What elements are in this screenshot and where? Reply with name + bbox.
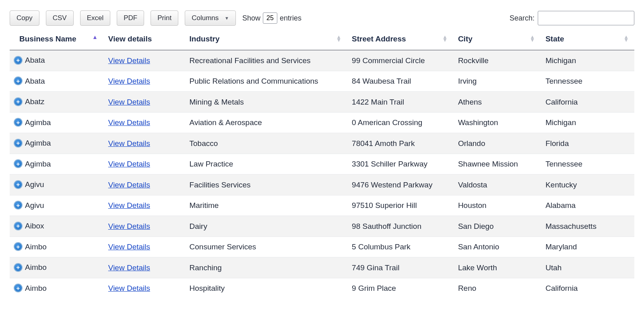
entries-control: Show entries: [242, 12, 301, 24]
business-name-text: Abata: [25, 56, 45, 64]
street-address-cell: 84 Waubesa Trail: [347, 71, 453, 92]
business-name-cell: +Abata: [10, 50, 103, 71]
business-name-cell: +Agivu: [10, 175, 103, 195]
street-address-cell: 98 Sauthoff Junction: [347, 216, 453, 237]
view-details-cell: View Details: [103, 216, 185, 237]
business-name-cell: +Agimba: [10, 154, 103, 175]
table-row: +AbatzView DetailsMining & Metals1422 Ma…: [10, 92, 634, 113]
col-view-details: View details: [103, 31, 185, 50]
view-details-link[interactable]: View Details: [108, 139, 150, 148]
city-cell: Houston: [453, 195, 541, 216]
view-details-cell: View Details: [103, 50, 185, 71]
expand-row-icon[interactable]: +: [14, 180, 23, 189]
table-row: +AgivuView DetailsMaritime97510 Superior…: [10, 195, 634, 216]
expand-row-icon[interactable]: +: [14, 118, 23, 127]
expand-row-icon[interactable]: +: [14, 222, 23, 230]
pdf-button[interactable]: PDF: [117, 10, 144, 26]
industry-cell: Mining & Metals: [185, 92, 347, 113]
col-city[interactable]: City ▲▼: [453, 31, 541, 50]
street-address-cell: 78041 Amoth Park: [347, 133, 453, 154]
expand-row-icon[interactable]: +: [14, 284, 23, 292]
expand-row-icon[interactable]: +: [14, 263, 23, 272]
col-business-name[interactable]: Business Name ▲: [10, 31, 103, 50]
view-details-link[interactable]: View Details: [108, 243, 150, 251]
chevron-down-icon: ▼: [225, 16, 229, 21]
industry-cell: Aviation & Aerospace: [185, 112, 347, 133]
col-industry[interactable]: Industry ▲▼: [185, 31, 347, 50]
sort-icon: ▲▼: [530, 35, 535, 42]
city-cell: Shawnee Mission: [453, 154, 541, 175]
entries-input[interactable]: [263, 12, 277, 24]
table-row: +AgimbaView DetailsTobacco78041 Amoth Pa…: [10, 133, 634, 154]
business-name-text: Agimba: [25, 139, 51, 147]
street-address-cell: 9476 Westend Parkway: [347, 175, 453, 195]
view-details-link[interactable]: View Details: [108, 181, 150, 189]
table-row: +AgimbaView DetailsLaw Practice3301 Schi…: [10, 154, 634, 175]
street-address-cell: 3301 Schiller Parkway: [347, 154, 453, 175]
col-street-address[interactable]: Street Address ▲▼: [347, 31, 453, 50]
view-details-cell: View Details: [103, 154, 185, 175]
view-details-cell: View Details: [103, 236, 185, 257]
col-state-label: State: [545, 35, 564, 43]
business-name-text: Abatz: [25, 97, 45, 106]
state-cell: Massachusetts: [541, 216, 634, 237]
col-business-name-label: Business Name: [19, 35, 76, 43]
table-row: +AiboxView DetailsDairy98 Sauthoff Junct…: [10, 216, 634, 237]
view-details-link[interactable]: View Details: [108, 98, 150, 106]
expand-row-icon[interactable]: +: [14, 201, 23, 210]
industry-cell: Facilities Services: [185, 175, 347, 195]
industry-cell: Hospitality: [185, 278, 347, 298]
view-details-link[interactable]: View Details: [108, 263, 150, 272]
search-block: Search:: [510, 11, 634, 25]
expand-row-icon[interactable]: +: [14, 56, 23, 65]
view-details-link[interactable]: View Details: [108, 160, 150, 168]
state-cell: Utah: [541, 257, 634, 278]
business-name-text: Aimbo: [25, 243, 47, 251]
search-input[interactable]: [538, 11, 634, 25]
state-cell: Michigan: [541, 50, 634, 71]
business-name-cell: +Agimba: [10, 112, 103, 133]
view-details-link[interactable]: View Details: [108, 56, 150, 65]
view-details-link[interactable]: View Details: [108, 77, 150, 85]
view-details-link[interactable]: View Details: [108, 222, 150, 230]
state-cell: Florida: [541, 133, 634, 154]
city-cell: Orlando: [453, 133, 541, 154]
view-details-link[interactable]: View Details: [108, 118, 150, 127]
business-name-text: Agivu: [25, 201, 44, 210]
col-street-address-label: Street Address: [352, 35, 406, 43]
csv-button[interactable]: CSV: [46, 10, 74, 26]
expand-row-icon[interactable]: +: [14, 76, 23, 85]
business-name-text: Agimba: [25, 160, 51, 168]
state-cell: California: [541, 278, 634, 298]
city-cell: Athens: [453, 92, 541, 113]
business-name-text: Abata: [25, 77, 45, 85]
street-address-cell: 749 Gina Trail: [347, 257, 453, 278]
view-details-cell: View Details: [103, 71, 185, 92]
city-cell: Lake Worth: [453, 257, 541, 278]
expand-row-icon[interactable]: +: [14, 97, 23, 106]
city-cell: Valdosta: [453, 175, 541, 195]
view-details-link[interactable]: View Details: [108, 201, 150, 210]
street-address-cell: 5 Columbus Park: [347, 236, 453, 257]
view-details-cell: View Details: [103, 257, 185, 278]
col-view-details-label: View details: [108, 35, 152, 43]
expand-row-icon[interactable]: +: [14, 159, 23, 168]
col-state[interactable]: State ▲▼: [541, 31, 634, 50]
industry-cell: Dairy: [185, 216, 347, 237]
business-name-text: Aimbo: [25, 284, 47, 292]
city-cell: San Antonio: [453, 236, 541, 257]
street-address-cell: 0 American Crossing: [347, 112, 453, 133]
excel-button[interactable]: Excel: [80, 10, 111, 26]
state-cell: Tennessee: [541, 154, 634, 175]
expand-row-icon[interactable]: +: [14, 139, 23, 148]
business-name-cell: +Abata: [10, 71, 103, 92]
columns-button-label: Columns: [192, 14, 219, 22]
table-row: +AimboView DetailsConsumer Services5 Col…: [10, 236, 634, 257]
expand-row-icon[interactable]: +: [14, 242, 23, 251]
copy-button[interactable]: Copy: [10, 10, 39, 26]
print-button[interactable]: Print: [151, 10, 178, 26]
table-row: +AbataView DetailsPublic Relations and C…: [10, 71, 634, 92]
city-cell: Washington: [453, 112, 541, 133]
view-details-link[interactable]: View Details: [108, 284, 150, 292]
columns-button[interactable]: Columns ▼: [185, 10, 236, 26]
